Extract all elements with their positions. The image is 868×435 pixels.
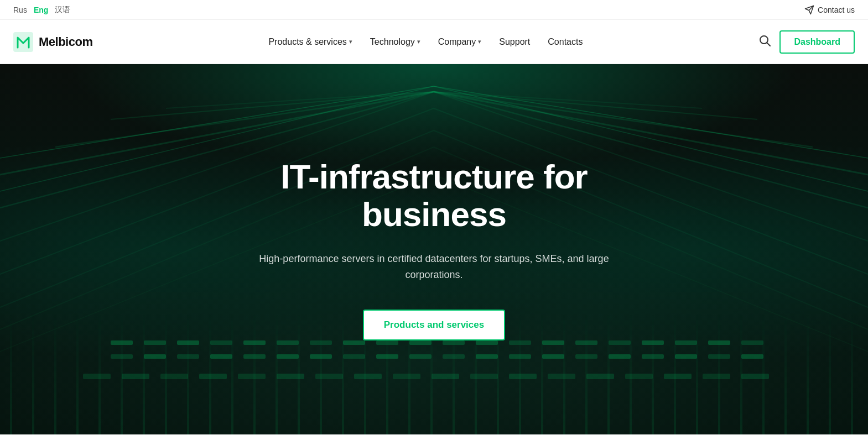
chevron-down-icon: ▾ xyxy=(478,38,481,45)
lang-eng[interactable]: Eng xyxy=(34,6,48,14)
nav-products-services[interactable]: Products & services ▾ xyxy=(261,33,360,51)
svg-line-23 xyxy=(0,86,434,158)
hero-content: IT-infrastructure for business High-perf… xyxy=(241,158,628,340)
search-icon[interactable] xyxy=(758,34,771,49)
chevron-down-icon: ▾ xyxy=(417,38,420,45)
hero-section: IT-infrastructure for business High-perf… xyxy=(0,64,868,434)
nav-support-label: Support xyxy=(499,37,530,47)
logo-text: Melbicom xyxy=(39,35,92,49)
nav-company-label: Company xyxy=(438,37,476,47)
nav-support[interactable]: Support xyxy=(491,33,538,51)
hero-title-line1: IT-infrastructure for xyxy=(280,158,587,196)
chevron-down-icon: ▾ xyxy=(349,38,352,45)
language-switcher: Rus Eng 汉语 xyxy=(13,5,70,15)
nav-links: Products & services ▾ Technology ▾ Compa… xyxy=(92,33,758,51)
hero-title: IT-infrastructure for business xyxy=(252,158,617,233)
lang-cn[interactable]: 汉语 xyxy=(55,5,70,15)
contact-text: Contact us xyxy=(818,6,855,14)
nav-technology[interactable]: Technology ▾ xyxy=(362,33,428,51)
nav-contacts[interactable]: Contacts xyxy=(540,33,590,51)
svg-line-24 xyxy=(434,86,868,158)
logo-icon xyxy=(13,32,33,52)
dashboard-button[interactable]: Dashboard xyxy=(779,30,855,54)
nav-contacts-label: Contacts xyxy=(548,37,583,47)
nav-right: Dashboard xyxy=(758,30,855,54)
logo[interactable]: Melbicom xyxy=(13,32,92,52)
hero-subtitle: High-performance servers in certified da… xyxy=(252,251,617,283)
hero-cta-button[interactable]: Products and services xyxy=(363,310,505,340)
top-bar: Rus Eng 汉语 Contact us xyxy=(0,0,868,20)
main-navbar: Melbicom Products & services ▾ Technolog… xyxy=(0,20,868,64)
hero-title-line2: business xyxy=(362,195,506,233)
svg-line-2 xyxy=(767,43,771,46)
lang-rus[interactable]: Rus xyxy=(13,6,27,14)
nav-products-services-label: Products & services xyxy=(268,37,346,47)
nav-company[interactable]: Company ▾ xyxy=(430,33,489,51)
telegram-icon xyxy=(804,5,814,15)
contact-link[interactable]: Contact us xyxy=(804,5,855,15)
nav-technology-label: Technology xyxy=(370,37,415,47)
